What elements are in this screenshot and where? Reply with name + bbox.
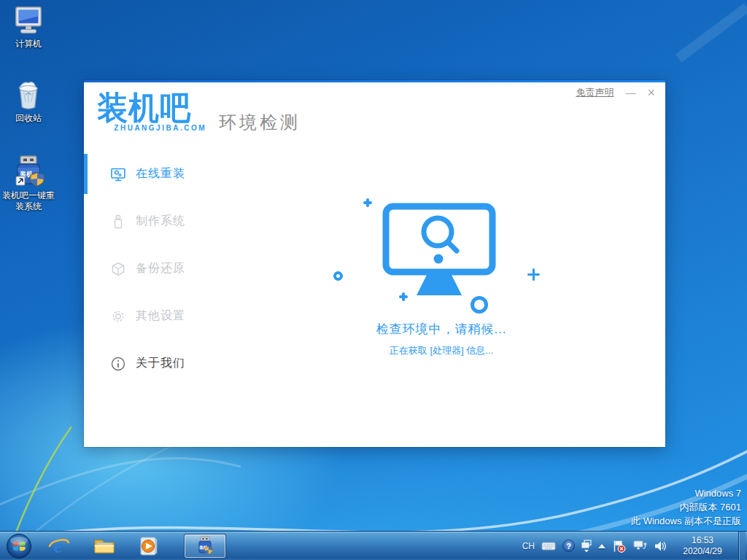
recycle-bin-icon bbox=[12, 78, 45, 112]
backup-box-icon bbox=[110, 261, 126, 277]
tray-action-center-icon[interactable] bbox=[612, 540, 626, 553]
app-window: 免责声明 — × 装机吧 ZHUANGJIBA.COM 环境检测 在线重装 bbox=[84, 80, 665, 447]
monitor-gear-icon bbox=[110, 166, 126, 182]
deco-plus-icon bbox=[527, 268, 540, 281]
desktop-icon-computer[interactable]: 计算机 bbox=[0, 4, 57, 50]
deco-circle-icon bbox=[333, 271, 343, 281]
status-secondary-text: 正在获取 [处理器] 信息... bbox=[303, 344, 580, 357]
folder-icon bbox=[93, 534, 116, 558]
menu-item-label: 在线重装 bbox=[136, 166, 185, 182]
tray-network-icon[interactable] bbox=[632, 540, 647, 552]
deco-plus-icon bbox=[399, 292, 408, 301]
tray-show-hidden-icon[interactable] bbox=[598, 544, 605, 548]
menu-item-online-reinstall[interactable]: 在线重装 bbox=[84, 150, 295, 198]
minimize-button[interactable]: — bbox=[625, 87, 635, 98]
watermark-line: Windows 7 bbox=[631, 486, 741, 500]
desktop-icon-zhuangjiba[interactable]: 装机 装机吧一键重装系统 bbox=[0, 154, 57, 212]
taskbar-explorer-icon[interactable] bbox=[92, 533, 117, 559]
app-logo-text: 装机吧 bbox=[97, 90, 206, 126]
desktop-icon-label: 装机吧一键重装系统 bbox=[0, 190, 57, 212]
tray-date: 2020/4/29 bbox=[673, 546, 732, 557]
window-accent-line bbox=[84, 80, 665, 82]
menu-item-label: 其他设置 bbox=[136, 308, 185, 324]
media-player-icon bbox=[138, 534, 161, 558]
show-desktop-button[interactable] bbox=[738, 532, 746, 560]
tray-input-options-icon[interactable] bbox=[581, 540, 592, 553]
menu-item-make-system[interactable]: 制作系统 bbox=[84, 198, 295, 245]
menu-item-label: 关于我们 bbox=[136, 356, 185, 371]
tray-language-indicator[interactable]: CH bbox=[522, 541, 535, 551]
tray-clock[interactable]: 16:53 2020/4/29 bbox=[673, 535, 732, 557]
taskbar-media-player-icon[interactable] bbox=[137, 533, 162, 559]
computer-icon bbox=[12, 4, 45, 37]
desktop-icon-label: 回收站 bbox=[15, 113, 42, 124]
desktop: 计算机 回收站 装机 装机吧一键重装系统 免责声明 bbox=[0, 0, 747, 560]
sidebar-menu: 在线重装 制作系统 备份还原 bbox=[84, 150, 295, 387]
menu-item-about-us[interactable]: 关于我们 bbox=[84, 340, 295, 387]
usb-installer-icon: 装机 bbox=[11, 154, 46, 189]
menu-item-label: 制作系统 bbox=[136, 214, 185, 229]
tray-volume-icon[interactable] bbox=[654, 540, 667, 552]
tray-help-icon[interactable]: ? bbox=[562, 540, 575, 552]
internet-explorer-icon: e bbox=[47, 534, 71, 558]
app-logo: 装机吧 ZHUANGJIBA.COM bbox=[97, 90, 206, 132]
taskbar-ie-icon[interactable]: e bbox=[47, 533, 71, 559]
page-title: 环境检测 bbox=[219, 111, 301, 134]
menu-item-label: 备份还原 bbox=[136, 261, 185, 276]
usb-drive-icon bbox=[110, 214, 126, 230]
tray-keyboard-icon[interactable] bbox=[541, 541, 556, 551]
deco-plus-icon bbox=[363, 198, 372, 207]
tray-time: 16:53 bbox=[673, 535, 732, 546]
watermark-line: 此 Windows 副本不是正版 bbox=[631, 514, 741, 528]
svg-text:?: ? bbox=[566, 542, 571, 551]
desktop-icon-recycle-bin[interactable]: 回收站 bbox=[0, 78, 57, 124]
start-button[interactable] bbox=[4, 532, 34, 560]
desktop-icon-label: 计算机 bbox=[15, 39, 42, 50]
deco-circle-icon bbox=[471, 296, 488, 314]
watermark-line: 内部版本 7601 bbox=[631, 500, 741, 514]
gear-icon bbox=[110, 308, 126, 324]
info-icon bbox=[110, 356, 126, 372]
windows-genuine-watermark: Windows 7 内部版本 7601 此 Windows 副本不是正版 bbox=[631, 486, 741, 528]
usb-installer-icon: 装机 bbox=[196, 536, 214, 556]
status-primary-text: 检查环境中，请稍候... bbox=[303, 321, 580, 338]
scanning-monitor-illustration bbox=[382, 203, 496, 299]
menu-item-other-settings[interactable]: 其他设置 bbox=[84, 292, 295, 340]
menu-item-backup-restore[interactable]: 备份还原 bbox=[84, 245, 295, 292]
taskbar: e bbox=[0, 531, 747, 560]
close-button[interactable]: × bbox=[647, 87, 655, 98]
taskbar-zhuangjiba-button[interactable]: 装机 bbox=[184, 534, 226, 559]
svg-text:e: e bbox=[54, 535, 63, 557]
disclaimer-link[interactable]: 免责声明 bbox=[576, 86, 614, 99]
windows-orb-icon bbox=[6, 533, 32, 559]
